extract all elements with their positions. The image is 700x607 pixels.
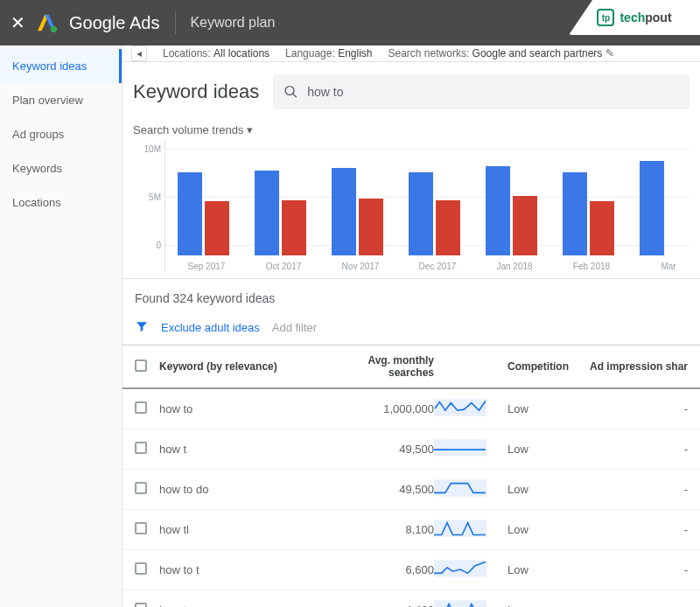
chevron-down-icon: ▾ (247, 123, 253, 136)
bar[interactable] (590, 201, 614, 255)
add-filter-link[interactable]: Add filter (272, 321, 317, 334)
bar[interactable] (332, 168, 356, 255)
table-row[interactable]: how t49,500Low- (122, 429, 700, 470)
table-header: Keyword (by relevance) Avg. monthly sear… (122, 345, 700, 389)
x-tick: Feb 2018 (563, 262, 620, 271)
sidebar-item-plan-overview[interactable]: Plan overview (0, 83, 122, 117)
table-row[interactable]: how tl8,100Low- (122, 510, 700, 550)
cell-keyword: how to (159, 402, 329, 415)
x-tick: Sep 2017 (178, 262, 235, 271)
y-tick: 0 (156, 241, 161, 250)
x-tick: Oct 2017 (255, 262, 312, 271)
found-count: Found 324 keyword ideas (122, 279, 700, 314)
svg-point-3 (285, 87, 294, 95)
language-filter[interactable]: Language: English (285, 47, 372, 59)
col-avg-searches[interactable]: Avg. monthly searches (329, 354, 434, 379)
bar[interactable] (409, 172, 433, 255)
techpout-logo-icon: tp (597, 9, 614, 26)
bar[interactable] (513, 196, 537, 255)
watermark-badge: tp techpout (569, 0, 700, 35)
y-tick: 5M (149, 192, 161, 202)
cell-impression: - (583, 563, 688, 576)
cell-keyword: how to do (159, 483, 329, 496)
sidebar-item-keywords[interactable]: Keywords (0, 151, 122, 185)
pencil-icon[interactable]: ✎ (606, 47, 614, 59)
networks-filter[interactable]: Search networks: Google and search partn… (388, 47, 614, 59)
cell-impression: - (583, 523, 688, 536)
bar[interactable] (563, 172, 587, 255)
sidebar-item-ad-groups[interactable]: Ad groups (0, 117, 122, 151)
search-input[interactable] (307, 85, 679, 99)
table-row[interactable]: how tos4,400Low- (122, 590, 700, 607)
table-row[interactable]: how to1,000,000Low- (122, 389, 700, 429)
checkbox[interactable] (135, 401, 147, 414)
section-heading: Keyword ideas (133, 80, 259, 103)
bar[interactable] (640, 161, 664, 255)
filter-bar: ◂ Locations: All locations Language: Eng… (122, 45, 700, 62)
svg-rect-6 (434, 439, 486, 456)
cell-keyword: how tl (159, 523, 329, 536)
bar[interactable] (436, 200, 460, 255)
table-row[interactable]: how to t6,600Low- (122, 550, 700, 590)
sidebar-item-keyword-ideas[interactable]: Keyword ideas (0, 49, 122, 83)
cell-impression: - (583, 443, 688, 456)
col-competition[interactable]: Competition (495, 360, 583, 373)
checkbox[interactable] (135, 522, 147, 534)
chart-section: Search volume trends ▾ 10M 5M 0 Sep 2017… (122, 118, 700, 279)
cell-keyword: how to t (159, 563, 329, 576)
cell-avg: 6,600 (329, 563, 434, 576)
checkbox[interactable] (135, 482, 147, 494)
bar[interactable] (486, 166, 510, 255)
cell-avg: 1,000,000 (329, 402, 434, 415)
table-body: how to1,000,000Low-how t49,500Low-how to… (122, 389, 700, 607)
filter-icon[interactable] (135, 319, 149, 336)
exclude-adult-link[interactable]: Exclude adult ideas (161, 321, 260, 334)
sparkline (434, 519, 486, 538)
sidebar-item-locations[interactable]: Locations (0, 185, 122, 220)
checkbox[interactable] (135, 603, 147, 607)
cell-avg: 4,400 (329, 604, 434, 607)
y-tick: 10M (144, 144, 161, 154)
top-bar: ✕ Google Ads Keyword plan tp techpout (0, 0, 700, 45)
col-impression[interactable]: Ad impression shar (583, 360, 688, 373)
checkbox[interactable] (135, 562, 147, 575)
sparkline (434, 438, 486, 457)
sparkline (434, 478, 486, 498)
x-tick: Jan 2018 (486, 262, 543, 271)
bar-chart: 10M 5M 0 Sep 2017Oct 2017Nov 2017Dec 201… (133, 140, 690, 271)
cell-avg: 49,500 (329, 443, 434, 456)
locations-filter[interactable]: Locations: All locations (163, 47, 270, 59)
checkbox[interactable] (135, 442, 147, 454)
close-icon[interactable]: ✕ (10, 12, 25, 33)
bar[interactable] (255, 171, 279, 255)
cell-competition: Low (495, 604, 583, 607)
bar[interactable] (282, 200, 306, 255)
cell-impression: - (583, 483, 688, 496)
bar[interactable] (178, 172, 202, 255)
checkbox-all[interactable] (135, 359, 147, 372)
svg-rect-9 (434, 560, 486, 576)
chevron-left-icon[interactable]: ◂ (131, 45, 147, 61)
cell-competition: Low (495, 483, 583, 496)
divider (175, 11, 176, 34)
cell-competition: Low (495, 402, 583, 415)
cell-impression: - (583, 604, 688, 607)
col-keyword[interactable]: Keyword (by relevance) (159, 360, 329, 373)
table-row[interactable]: how to do49,500Low- (122, 470, 700, 510)
search-box[interactable] (273, 74, 690, 109)
svg-point-2 (51, 26, 57, 32)
filter-row: Exclude adult ideas Add filter (122, 314, 700, 345)
sidebar: Keyword ideas Plan overview Ad groups Ke… (0, 45, 122, 607)
x-tick: Dec 2017 (409, 262, 466, 271)
bar[interactable] (205, 201, 229, 255)
cell-keyword: how tos (159, 604, 329, 607)
cell-impression: - (583, 402, 688, 415)
cell-keyword: how t (159, 443, 329, 456)
svg-rect-7 (434, 479, 486, 496)
bar[interactable] (359, 199, 383, 255)
google-ads-logo-icon (38, 13, 57, 32)
brand-label: Google Ads (69, 13, 159, 33)
page-title: Keyword plan (190, 15, 275, 31)
cell-avg: 8,100 (329, 523, 434, 536)
chart-dropdown[interactable]: Search volume trends ▾ (133, 123, 253, 136)
